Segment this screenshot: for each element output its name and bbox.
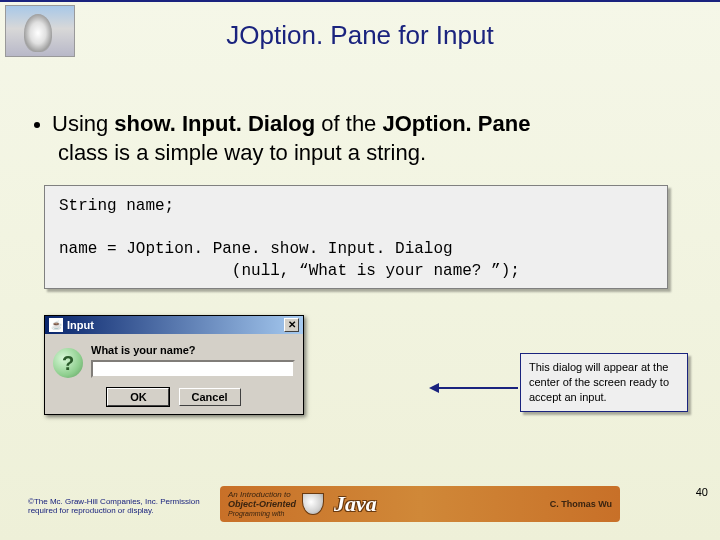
java-cup-icon: ☕: [49, 318, 63, 332]
banner-line2: Object-Oriented: [228, 500, 296, 510]
code-text: String name; name = JOption. Pane. show.…: [59, 197, 520, 280]
dialog-titlebar: ☕ Input ✕: [45, 316, 303, 334]
banner-intro: An Introduction to Object-Oriented Progr…: [228, 491, 296, 517]
dialog-body: ? What is your name? OK Cancel: [45, 334, 303, 414]
bullet-bold-2: JOption. Pane: [382, 111, 530, 136]
bullet-text-1: Using: [52, 111, 114, 136]
annotation-note: This dialog will appear at the center of…: [520, 353, 688, 412]
dialog-title-text: Input: [67, 319, 94, 331]
ok-button[interactable]: OK: [107, 388, 169, 406]
book-banner: An Introduction to Object-Oriented Progr…: [220, 486, 620, 522]
java-wordmark: Java: [334, 491, 377, 517]
slide-title: JOption. Pane for Input: [0, 20, 720, 51]
dialog-prompt-row: ? What is your name?: [53, 344, 295, 378]
close-icon[interactable]: ✕: [284, 318, 299, 332]
copyright-text: ©The Mc. Graw-Hill Companies, Inc. Permi…: [28, 497, 208, 516]
annotation-text: This dialog will appear at the center of…: [529, 361, 669, 403]
bullet-text-3: class is a simple way to input a string.: [30, 139, 690, 168]
top-border: [0, 0, 720, 2]
pointer-arrow: [432, 387, 518, 389]
code-sample-box: String name; name = JOption. Pane. show.…: [44, 185, 668, 289]
banner-line3: Programming with: [228, 510, 296, 518]
dialog-prompt-label: What is your name?: [91, 344, 295, 356]
bullet-paragraph: Using show. Input. Dialog of the JOption…: [30, 110, 690, 167]
dialog-prompt-column: What is your name?: [91, 344, 295, 378]
question-icon: ?: [53, 348, 83, 378]
dialog-text-input[interactable]: [91, 360, 295, 378]
cancel-button[interactable]: Cancel: [179, 388, 241, 406]
bullet-text-2: of the: [315, 111, 382, 136]
bullet-dot: [34, 122, 40, 128]
dialog-button-row: OK Cancel: [53, 388, 295, 406]
input-dialog: ☕ Input ✕ ? What is your name? OK Cancel: [44, 315, 304, 415]
page-number: 40: [696, 486, 708, 498]
banner-author: C. Thomas Wu: [550, 499, 612, 509]
bullet-bold-1: show. Input. Dialog: [114, 111, 315, 136]
coffee-cup-icon: [302, 493, 324, 515]
